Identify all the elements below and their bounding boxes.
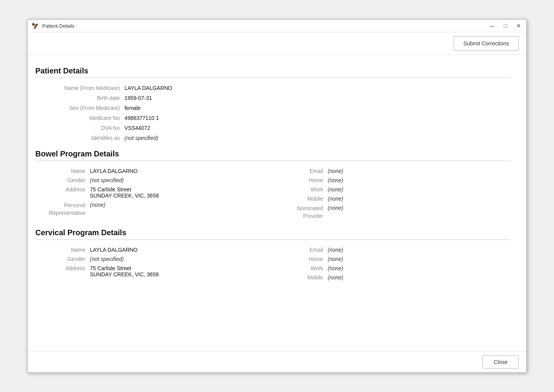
sex-value: female [124,104,511,112]
bowel-personal-rep-value: (none) [90,201,273,218]
medicare-no-label: Medicare No [35,114,120,122]
cervical-home-label: Home [281,255,323,263]
cervical-name-value: LAYLA DALGARNO [90,246,273,254]
cervical-home-value: (none) [328,255,511,263]
bowel-mobile-label: Mobile [281,195,323,203]
bowel-program-title: Bowel Program Details [35,149,511,158]
birth-date-value: 1959-07-31 [124,94,511,102]
medicare-name-value: LAYLA DALGARNO [124,84,511,92]
dva-no-value: VSS44072 [124,124,511,132]
minimize-button[interactable]: — [488,22,496,29]
cervical-program-title: Cervical Program Details [35,228,511,237]
bowel-email-label: Email [281,167,323,175]
window-title: Patient Details [42,23,75,29]
bowel-gender-value: (not specified) [90,176,273,184]
bowel-name-label: Name [35,167,85,175]
close-button[interactable]: Close [483,355,519,369]
cervical-program-section: Cervical Program Details [35,228,511,240]
bowel-program-grid: Name LAYLA DALGARNO Gender (not specifie… [35,167,511,221]
cervical-address-value: 75 Carlisle Street SUNDAY CREEK, VIC, 36… [90,264,273,278]
bowel-program-divider [35,161,511,161]
cervical-program-grid: Name LAYLA DALGARNO Gender (not specifie… [35,246,511,281]
dva-no-label: DVA No [35,124,120,132]
cervical-gender-label: Gender [35,255,85,263]
bowel-address-value: 75 Carlisle Street SUNDAY CREEK, VIC, 36… [90,186,273,199]
identifies-as-label: Identifies as [35,134,120,142]
app-icon: 🦅 [32,22,39,30]
bowel-personal-rep-label: PersonalRepresentative [35,201,85,218]
cervical-left-col: Name LAYLA DALGARNO Gender (not specifie… [35,246,273,281]
maximize-button[interactable]: □ [503,22,509,29]
cervical-address-label: Address [35,264,85,272]
toolbar: Submit Corrections [28,32,526,55]
sex-label: Sex (From Medicare) [35,104,120,112]
bowel-home-label: Home [281,176,323,184]
bowel-address-line2: SUNDAY CREEK, VIC, 3658 [90,193,273,199]
bowel-home-value: (none) [328,176,511,184]
bowel-nominated-value: (none) [328,204,511,221]
medicare-no-value: 4988377110 1 [124,114,511,122]
birth-date-label: Birth date [35,94,120,102]
bowel-left-col: Name LAYLA DALGARNO Gender (not specifie… [35,167,273,221]
bowel-work-value: (none) [328,186,511,193]
medicare-name-label: Name (From Medicare) [35,84,120,92]
cervical-address-line1: 75 Carlisle Street [90,265,273,271]
cervical-address-line2: SUNDAY CREEK, VIC, 3658 [90,271,273,277]
cervical-email-value: (none) [328,246,511,254]
cervical-mobile-value: (none) [328,274,511,281]
footer: Close [28,351,526,372]
bowel-address-line1: 75 Carlisle Street [90,186,273,193]
bowel-work-label: Work [281,186,323,193]
identifies-as-value: (not specified) [124,134,511,142]
title-bar: 🦅 Patient Details — □ ✕ [28,20,526,32]
bowel-mobile-value: (none) [328,195,511,203]
bowel-gender-label: Gender [35,176,85,184]
content-area: Patient Details Name (From Medicare) LAY… [28,55,526,351]
cervical-right-col: Email (none) Home (none) Work (none) Mob… [273,246,511,281]
bowel-address-label: Address [35,186,85,193]
title-bar-left: 🦅 Patient Details [32,22,75,30]
bowel-name-value: LAYLA DALGARNO [90,167,273,175]
patient-details-divider [35,78,511,78]
cervical-program-divider [35,239,511,240]
patient-details-grid: Name (From Medicare) LAYLA DALGARNO Birt… [35,84,511,142]
cervical-work-label: Work [281,264,323,272]
patient-details-section: Patient Details [35,66,511,78]
bowel-email-value: (none) [328,167,511,175]
cervical-work-value: (none) [328,264,511,272]
bowel-nominated-label: NominatedProvider [281,204,323,221]
cervical-name-label: Name [35,246,85,254]
patient-details-window: 🦅 Patient Details — □ ✕ Submit Correctio… [27,19,527,373]
window-controls: — □ ✕ [488,22,522,29]
cervical-mobile-label: Mobile [281,274,323,281]
close-window-button[interactable]: ✕ [515,22,522,29]
bowel-right-col: Email (none) Home (none) Work (none) Mob… [273,167,511,221]
cervical-email-label: Email [281,246,323,254]
submit-corrections-button[interactable]: Submit Corrections [454,36,519,51]
bowel-program-section: Bowel Program Details [35,149,511,161]
cervical-gender-value: (not specified) [90,255,273,263]
patient-details-title: Patient Details [35,66,511,75]
